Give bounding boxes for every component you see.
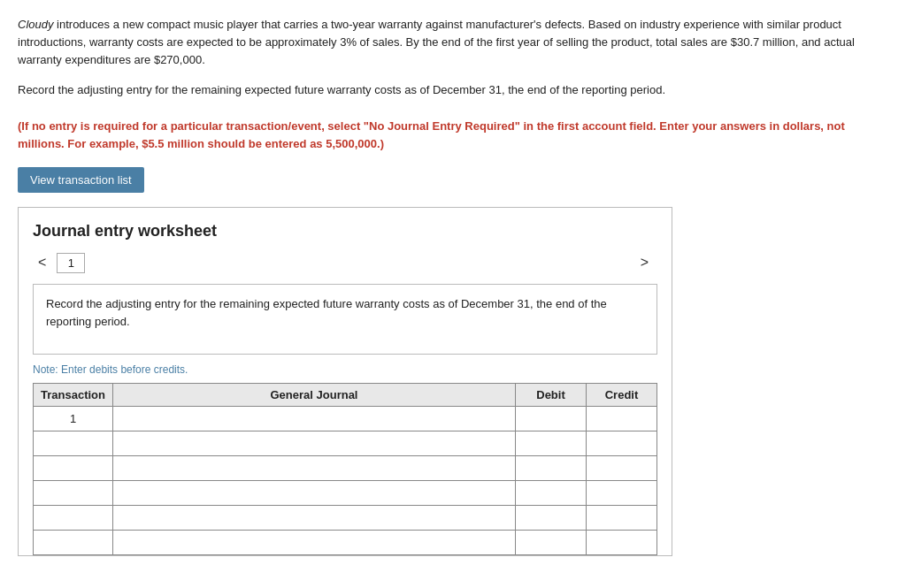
general-journal-input[interactable]: [113, 431, 515, 455]
general-journal-cell[interactable]: [113, 406, 516, 431]
credit-cell[interactable]: [587, 530, 657, 554]
credit-input[interactable]: [587, 407, 656, 431]
general-journal-cell[interactable]: [113, 480, 516, 505]
general-journal-cell[interactable]: [113, 455, 516, 480]
general-journal-cell[interactable]: [113, 530, 516, 554]
nav-next-button[interactable]: >: [635, 253, 654, 272]
general-journal-cell[interactable]: [113, 505, 516, 530]
credit-cell[interactable]: [587, 431, 657, 455]
general-journal-input[interactable]: [113, 506, 515, 530]
debit-cell[interactable]: [516, 480, 587, 505]
col-header-credit: Credit: [587, 383, 657, 406]
debit-cell[interactable]: [516, 530, 587, 554]
debit-input[interactable]: [516, 431, 586, 455]
transaction-description: Record the adjusting entry for the remai…: [33, 284, 657, 355]
transaction-cell: 1: [34, 406, 113, 431]
debit-cell[interactable]: [516, 455, 587, 480]
table-row: [34, 530, 657, 554]
col-header-debit: Debit: [516, 383, 587, 406]
journal-table: Transaction General Journal Debit Credit…: [33, 383, 657, 555]
col-header-general-journal: General Journal: [113, 383, 516, 406]
journal-entry-worksheet: Journal entry worksheet < 1 > Record the…: [18, 207, 672, 556]
transaction-cell: [34, 455, 113, 480]
debit-input[interactable]: [516, 531, 586, 554]
debit-cell[interactable]: [516, 505, 587, 530]
nav-current-number: 1: [57, 253, 85, 273]
table-row: 1: [34, 406, 657, 431]
general-journal-input[interactable]: [113, 407, 515, 431]
credit-cell[interactable]: [587, 455, 657, 480]
worksheet-nav: < 1 >: [33, 253, 657, 273]
table-row: [34, 480, 657, 505]
intro-paragraph-1: Cloudy introduces a new compact music pl…: [18, 16, 867, 69]
table-row: [34, 431, 657, 455]
debit-input[interactable]: [516, 407, 586, 431]
nav-prev-button[interactable]: <: [33, 253, 51, 272]
debit-credit-note: Note: Enter debits before credits.: [33, 363, 657, 376]
credit-input[interactable]: [587, 456, 656, 480]
credit-input[interactable]: [587, 506, 656, 530]
transaction-cell: [34, 480, 113, 505]
view-transaction-list-button[interactable]: View transaction list: [18, 167, 144, 193]
col-header-transaction: Transaction: [34, 383, 113, 406]
table-row: [34, 505, 657, 530]
general-journal-input[interactable]: [113, 481, 515, 505]
credit-input[interactable]: [587, 481, 656, 505]
debit-cell[interactable]: [516, 406, 587, 431]
transaction-cell: [34, 505, 113, 530]
credit-cell[interactable]: [587, 505, 657, 530]
debit-cell[interactable]: [516, 431, 587, 455]
instruction-normal: Record the adjusting entry for the remai…: [18, 83, 665, 96]
company-name: Cloudy: [18, 18, 53, 31]
table-row: [34, 455, 657, 480]
instruction-red-text: (If no entry is required for a particula…: [18, 119, 845, 150]
credit-input[interactable]: [587, 431, 656, 455]
credit-cell[interactable]: [587, 406, 657, 431]
transaction-cell: [34, 431, 113, 455]
transaction-cell: [34, 530, 113, 554]
general-journal-cell[interactable]: [113, 431, 516, 455]
general-journal-input[interactable]: [113, 456, 515, 480]
debit-input[interactable]: [516, 456, 586, 480]
intro-text-body: introduces a new compact music player th…: [18, 18, 855, 66]
general-journal-input[interactable]: [113, 531, 515, 554]
debit-input[interactable]: [516, 481, 586, 505]
worksheet-title: Journal entry worksheet: [33, 222, 657, 241]
credit-cell[interactable]: [587, 480, 657, 505]
debit-input[interactable]: [516, 506, 586, 530]
instruction-paragraph: Record the adjusting entry for the remai…: [18, 81, 867, 153]
credit-input[interactable]: [587, 531, 656, 554]
